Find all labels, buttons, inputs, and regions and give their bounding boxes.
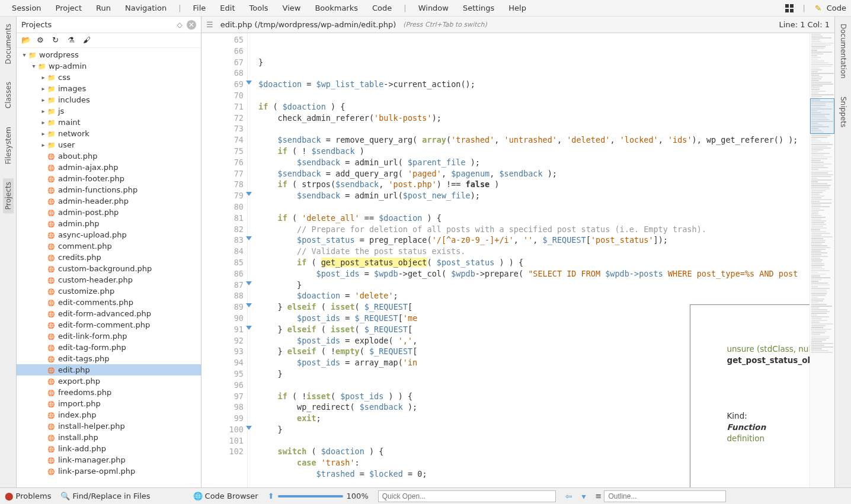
tree-file[interactable]: link-add.php bbox=[17, 443, 201, 454]
tree-file[interactable]: link-parse-opml.php bbox=[17, 466, 201, 477]
tree-file[interactable]: export.php bbox=[17, 375, 201, 387]
line-number[interactable]: 86 bbox=[201, 268, 244, 280]
rail-filesystem[interactable]: Filesystem bbox=[3, 123, 14, 168]
rail-snippets[interactable]: Snippets bbox=[838, 93, 849, 131]
line-gutter[interactable]: 6566676869707172737475767778798081828384… bbox=[201, 33, 248, 487]
menu-file[interactable]: File bbox=[186, 1, 213, 15]
tree-file[interactable]: edit-comments.php bbox=[17, 297, 201, 308]
code-line[interactable]: // Prepare for deletion of all posts wit… bbox=[258, 224, 810, 235]
chevron-icon[interactable]: ▸ bbox=[39, 97, 47, 103]
line-number[interactable]: 78 bbox=[201, 179, 244, 190]
line-number[interactable]: 94 bbox=[201, 357, 244, 368]
line-number[interactable]: 100 bbox=[201, 424, 244, 435]
line-number[interactable]: 72 bbox=[201, 113, 244, 124]
tree-folder[interactable]: ▾wordpress bbox=[17, 49, 201, 60]
line-number[interactable]: 87 bbox=[201, 280, 244, 291]
code-line[interactable]: $sendback = add_query_arg( 'paged', $pag… bbox=[258, 168, 810, 179]
tree-file[interactable]: edit.php bbox=[17, 364, 201, 375]
code-line[interactable]: $post_ids = $wpdb->get_col( $wpdb->prepa… bbox=[258, 268, 810, 280]
tree-file[interactable]: admin-ajax.php bbox=[17, 162, 201, 173]
line-number[interactable]: 89 bbox=[201, 301, 244, 313]
menu-window[interactable]: Window bbox=[411, 1, 456, 15]
line-number[interactable]: 91 bbox=[201, 324, 244, 335]
filter-icon[interactable]: ⚗ bbox=[68, 36, 77, 45]
tree-folder[interactable]: ▸includes bbox=[17, 94, 201, 105]
problems-button[interactable]: ⬤Problems bbox=[5, 492, 51, 500]
line-number[interactable]: 75 bbox=[201, 146, 244, 157]
line-number[interactable]: 65 bbox=[201, 34, 244, 46]
close-sidebar-button[interactable]: ✕ bbox=[187, 20, 196, 30]
chevron-icon[interactable]: ▸ bbox=[39, 108, 47, 114]
minimap-viewport[interactable] bbox=[810, 98, 834, 134]
gear-icon[interactable]: ⚙ bbox=[37, 36, 46, 45]
code-browser-button[interactable]: 🌐Code Browser bbox=[193, 492, 258, 500]
nav-dropdown-icon[interactable]: ▾ bbox=[581, 492, 586, 501]
line-number[interactable]: 82 bbox=[201, 224, 244, 235]
line-number[interactable]: 79 bbox=[201, 190, 244, 201]
code-line[interactable] bbox=[258, 201, 810, 213]
code-line[interactable]: $sendback = admin_url( $parent_file ); bbox=[258, 157, 810, 168]
tree-folder[interactable]: ▸user bbox=[17, 139, 201, 150]
menu-help[interactable]: Help bbox=[501, 1, 533, 15]
tree-file[interactable]: edit-tag-form.php bbox=[17, 342, 201, 353]
code-line[interactable]: $sendback = remove_query_arg( array('tra… bbox=[258, 134, 810, 146]
menu-bookmarks[interactable]: Bookmarks bbox=[308, 1, 365, 15]
refresh-icon[interactable]: ↻ bbox=[52, 36, 62, 45]
chevron-icon[interactable]: ▾ bbox=[20, 52, 28, 58]
code-content[interactable]: }$doaction = $wp_list_table->current_act… bbox=[248, 33, 810, 487]
tree-file[interactable]: edit-link-form.php bbox=[17, 330, 201, 342]
code-line[interactable]: if ( ! $sendback ) bbox=[258, 146, 810, 157]
menu-edit[interactable]: Edit bbox=[213, 1, 242, 15]
menu-view[interactable]: View bbox=[276, 1, 308, 15]
code-line[interactable]: $doaction = $wp_list_table->current_acti… bbox=[258, 79, 810, 90]
list-icon[interactable]: ☰ bbox=[206, 20, 213, 29]
outline-input[interactable] bbox=[604, 490, 725, 502]
quick-open-input[interactable] bbox=[378, 490, 556, 502]
undock-button[interactable]: ◇ bbox=[175, 20, 184, 30]
line-number[interactable]: 69 bbox=[201, 79, 244, 90]
tree-file[interactable]: async-upload.php bbox=[17, 229, 201, 240]
tree-folder[interactable]: ▾wp-admin bbox=[17, 60, 201, 72]
tree-file[interactable]: credits.php bbox=[17, 252, 201, 263]
code-line[interactable]: } bbox=[258, 57, 810, 68]
line-number[interactable]: 101 bbox=[201, 435, 244, 447]
tree-file[interactable]: import.php bbox=[17, 398, 201, 409]
line-number[interactable]: 93 bbox=[201, 346, 244, 357]
tree-folder[interactable]: ▸js bbox=[17, 105, 201, 117]
line-number[interactable]: 90 bbox=[201, 313, 244, 324]
tree-file[interactable]: admin-post.php bbox=[17, 207, 201, 218]
tree-folder[interactable]: ▸css bbox=[17, 72, 201, 83]
line-number[interactable]: 68 bbox=[201, 68, 244, 79]
chevron-icon[interactable]: ▸ bbox=[39, 130, 47, 137]
project-tree[interactable]: ▾wordpress▾wp-admin▸css▸images▸includes▸… bbox=[17, 48, 201, 487]
tree-file[interactable]: customize.php bbox=[17, 285, 201, 297]
code-line[interactable] bbox=[258, 90, 810, 101]
zoom-slider[interactable] bbox=[278, 495, 343, 497]
rail-classes[interactable]: Classes bbox=[3, 78, 14, 112]
tree-file[interactable]: edit-form-comment.php bbox=[17, 319, 201, 330]
line-number[interactable]: 85 bbox=[201, 257, 244, 268]
tree-file[interactable]: admin-functions.php bbox=[17, 184, 201, 195]
tree-file[interactable]: index.php bbox=[17, 409, 201, 420]
menu-code[interactable]: Code bbox=[365, 1, 399, 15]
code-line[interactable]: $doaction = 'delete'; bbox=[258, 290, 810, 301]
rail-documents[interactable]: Documents bbox=[3, 20, 14, 68]
line-number[interactable]: 74 bbox=[201, 134, 244, 146]
code-line[interactable]: if ( get_post_status_object( $post_statu… bbox=[258, 257, 810, 268]
menu-run[interactable]: Run bbox=[89, 1, 118, 15]
tree-file[interactable]: admin.php bbox=[17, 218, 201, 229]
line-number[interactable]: 88 bbox=[201, 290, 244, 301]
code-line[interactable]: // Validate the post status exists. bbox=[258, 246, 810, 257]
line-number[interactable]: 80 bbox=[201, 201, 244, 213]
line-number[interactable]: 97 bbox=[201, 391, 244, 402]
tree-file[interactable]: admin-footer.php bbox=[17, 173, 201, 184]
arrow-up-icon[interactable]: ⬆ bbox=[268, 492, 274, 500]
line-number[interactable]: 95 bbox=[201, 368, 244, 380]
code-line[interactable]: } bbox=[258, 280, 810, 291]
line-number[interactable]: 83 bbox=[201, 235, 244, 246]
chevron-icon[interactable]: ▸ bbox=[39, 85, 47, 92]
tree-file[interactable]: custom-background.php bbox=[17, 263, 201, 274]
code-line[interactable]: if ( $doaction ) { bbox=[258, 101, 810, 113]
code-line[interactable]: $post_status = preg_replace('/[^a-z0-9_-… bbox=[258, 235, 810, 246]
tree-file[interactable]: admin-header.php bbox=[17, 195, 201, 207]
